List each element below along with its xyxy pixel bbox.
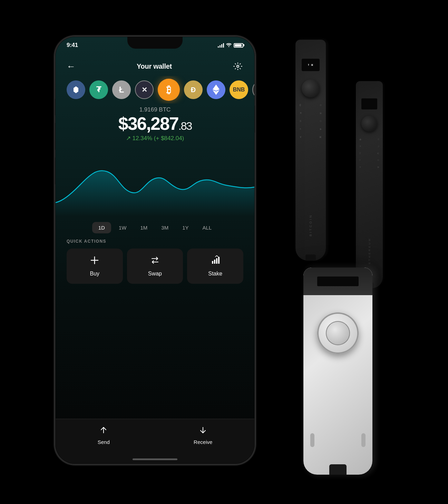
- swap-icon: [150, 255, 160, 267]
- notch: [127, 37, 183, 49]
- svg-rect-11: [216, 258, 217, 264]
- settings-icon[interactable]: [233, 61, 243, 72]
- stake-button[interactable]: Stake: [187, 249, 243, 284]
- coin-carousel: ₮ Ł ✕ ₿ Ð: [56, 76, 254, 104]
- svg-point-1: [237, 65, 239, 67]
- phone: 9:41: [55, 36, 255, 464]
- fiat-main: $36,287: [118, 114, 178, 134]
- timeframe-3m[interactable]: 3M: [155, 222, 175, 233]
- balance-change: ↗ 12.34% (+ $842.04): [67, 135, 243, 142]
- coin-ethereum[interactable]: [207, 80, 225, 99]
- change-fiat: (: [152, 135, 156, 142]
- coin-bitcoin[interactable]: ₿: [158, 79, 180, 101]
- coin-algo[interactable]: A: [252, 80, 254, 99]
- coin-bnb[interactable]: BNB: [230, 80, 248, 99]
- ledger-nano-white: [303, 268, 372, 475]
- swap-label: Swap: [148, 271, 162, 277]
- volume-up-button: [55, 123, 55, 150]
- back-button[interactable]: ←: [67, 61, 76, 72]
- status-time: 9:41: [67, 42, 78, 49]
- buy-button[interactable]: Buy: [67, 249, 123, 284]
- swap-button[interactable]: Swap: [127, 249, 183, 284]
- coin-tether[interactable]: ₮: [89, 80, 108, 99]
- fiat-balance: $36,287.83: [67, 115, 243, 133]
- timeframe-1w[interactable]: 1W: [113, 222, 133, 233]
- balance-section: 1.9169 BTC $36,287.83 ↗ 12.34% (+ $842.0…: [56, 104, 254, 142]
- wifi-icon: [226, 42, 232, 48]
- battery-icon: [234, 43, 243, 48]
- send-label: Send: [98, 439, 110, 445]
- ledger-device-1: ⬆ ▣ ₿ ⚙ ✕ ◉ Ξ ⊙ + ▶: [295, 40, 326, 261]
- price-chart: [56, 147, 254, 216]
- svg-marker-6: [216, 90, 220, 95]
- scene: 9:41: [34, 19, 414, 485]
- buy-icon: [90, 255, 99, 267]
- ledger-device-2: ◉ B ✕ p Ξ ◐ + ⊛ ∨ ▶: [356, 81, 383, 288]
- receive-button[interactable]: Receive: [194, 426, 212, 445]
- power-button: [255, 105, 255, 133]
- timeframe-1d[interactable]: 1D: [92, 222, 111, 233]
- time-filter: 1D 1W 1M 3M 1Y ALL: [56, 216, 254, 239]
- timeframe-1y[interactable]: 1Y: [176, 222, 195, 233]
- app-content: ← Your wallet: [56, 56, 254, 464]
- svg-marker-5: [213, 90, 216, 95]
- send-icon: [99, 426, 108, 436]
- crypto-balance: 1.9169 BTC: [67, 106, 243, 113]
- home-indicator: [133, 458, 177, 460]
- bottom-bar: Send Receive: [56, 419, 254, 464]
- svg-marker-2: [74, 86, 78, 93]
- timeframe-1m[interactable]: 1M: [134, 222, 154, 233]
- change-percent: 12.34%: [132, 135, 152, 142]
- stake-icon: [211, 255, 220, 267]
- timeframe-all[interactable]: ALL: [196, 222, 218, 233]
- quick-actions-grid: Buy Swap: [67, 249, 243, 284]
- svg-rect-10: [214, 260, 215, 264]
- status-icons: [218, 42, 243, 48]
- quick-actions-section: QUICK ACTIONS Buy: [56, 239, 254, 284]
- svg-marker-3: [213, 85, 216, 91]
- fiat-cents: .83: [178, 120, 192, 132]
- quick-actions-label: QUICK ACTIONS: [67, 239, 243, 244]
- change-arrow: ↗: [126, 135, 133, 142]
- app-header: ← Your wallet: [56, 56, 254, 76]
- coin-other[interactable]: [67, 80, 85, 99]
- svg-rect-9: [212, 261, 213, 264]
- device1-label: Bitcoin: [309, 214, 312, 236]
- phone-screen: 9:41: [56, 37, 254, 464]
- volume-down-button: [55, 157, 55, 185]
- svg-marker-4: [216, 85, 220, 91]
- device2-label: Ethereum: [368, 238, 371, 264]
- receive-label: Receive: [194, 439, 212, 445]
- svg-point-0: [228, 46, 230, 47]
- stake-label: Stake: [208, 271, 222, 277]
- page-title: Your wallet: [137, 62, 172, 70]
- silent-button: [55, 98, 55, 116]
- send-button[interactable]: Send: [98, 426, 110, 445]
- coin-litecoin[interactable]: Ł: [112, 80, 131, 99]
- coin-dogecoin[interactable]: Ð: [184, 80, 203, 99]
- buy-label: Buy: [90, 271, 100, 277]
- receive-icon: [199, 426, 207, 436]
- signal-icon: [218, 43, 224, 48]
- coin-xrp[interactable]: ✕: [135, 80, 154, 99]
- svg-rect-12: [218, 257, 220, 264]
